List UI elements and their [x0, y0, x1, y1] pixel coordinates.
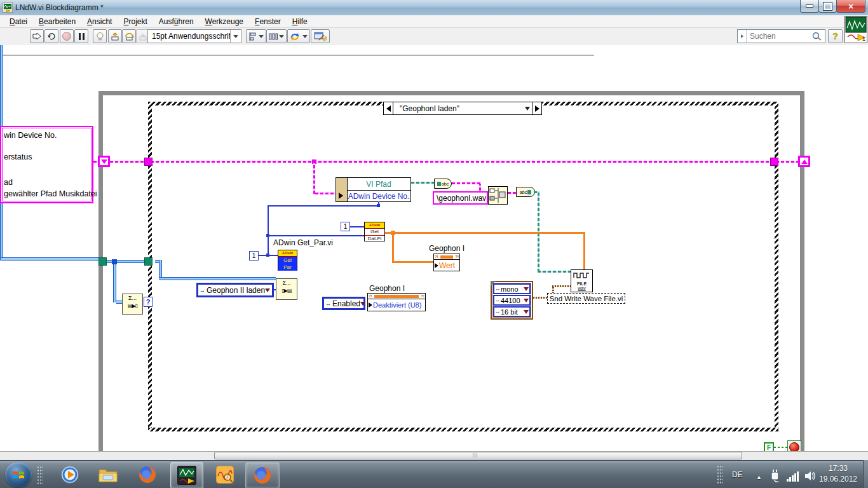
chevron-down-icon[interactable] — [524, 310, 529, 314]
reorder-button[interactable] — [287, 29, 310, 43]
deaktiviert-property-node[interactable]: ?!?! Deaktiviert (U8) — [367, 293, 426, 311]
network-signal-icon[interactable] — [787, 471, 799, 482]
adwin-get-par-vi[interactable]: ADwin Get Par — [278, 250, 297, 271]
menu-bearbeiten[interactable]: Bearbeiten — [33, 16, 81, 27]
menu-projekt[interactable]: Projekt — [118, 16, 153, 27]
vi-icon[interactable]: 1 — [844, 16, 867, 43]
property-adwin-device-no[interactable]: ADwin Device No. — [347, 190, 410, 202]
input-arrow-icon — [435, 263, 438, 268]
menu-datei[interactable]: Datei — [4, 16, 33, 27]
step-over-button[interactable] — [122, 29, 136, 43]
string-to-path-node[interactable]: abc — [516, 187, 535, 197]
show-desktop-button[interactable] — [863, 460, 868, 488]
menu-ansicht[interactable]: Ansicht — [81, 16, 118, 27]
indicator-label: Geophon I — [429, 244, 465, 254]
taskbar-signalexpress-icon[interactable] — [212, 462, 238, 487]
unbundle-cluster-node[interactable]: win Device No. erstatus ad gewählter Pfa… — [0, 126, 93, 203]
chevron-down-icon[interactable] — [265, 288, 270, 292]
context-help-button[interactable]: ? — [828, 29, 843, 43]
menu-ausfuehren[interactable]: Ausführen — [153, 16, 200, 27]
language-indicator[interactable]: DE — [732, 470, 743, 479]
adwin-get-data-vi[interactable]: ADwin Get Dat.Fl — [364, 222, 385, 241]
dequeue-element-node[interactable]: Σ... ▤▶▯ — [122, 294, 143, 315]
maximize-button[interactable] — [818, 0, 837, 13]
show-hidden-icons-button[interactable]: ▲ — [756, 474, 762, 480]
taskbar-firefox2-button[interactable] — [245, 462, 280, 488]
queue-wire-b — [113, 264, 116, 302]
int-wire-c — [268, 205, 269, 257]
step-into-button[interactable] — [108, 29, 122, 43]
chevron-down-icon — [233, 35, 238, 38]
chevron-down-icon[interactable] — [524, 287, 529, 291]
font-dropdown-button[interactable] — [230, 30, 241, 43]
abort-button[interactable] — [60, 29, 74, 43]
taskbar-explorer-icon[interactable] — [95, 462, 121, 487]
help-icon: ? — [832, 31, 838, 41]
cleanup-diagram-button[interactable] — [311, 29, 330, 43]
search-input[interactable] — [747, 31, 811, 41]
power-plug-icon[interactable] — [769, 468, 782, 482]
taskbar-grip — [37, 466, 43, 485]
property-vi-pfad[interactable]: VI Pfad — [347, 178, 410, 191]
false-constant-value: F — [767, 444, 771, 451]
firefox-icon — [252, 465, 273, 485]
property-node-adwin[interactable]: VI Pfad ADwin Device No. — [336, 177, 411, 202]
ring-samplerate[interactable]: ↔ 44100 — [493, 295, 531, 306]
path-to-string-node[interactable]: abc — [434, 179, 452, 189]
shift-register-right[interactable] — [798, 156, 810, 167]
ring-channels[interactable]: ↔ mono — [493, 283, 531, 294]
cluster-wire-branch-v — [313, 163, 315, 194]
taskbar-labview-button[interactable] — [170, 462, 203, 488]
sound-format-cluster[interactable]: ↔ mono ↔ 44100 ↔ 16 bit — [491, 281, 533, 320]
while-loop-border-right — [800, 91, 804, 451]
numeric-constant-1[interactable]: 1 — [341, 222, 350, 231]
ring-value: 16 bit — [501, 308, 524, 316]
labview-app-icon — [3, 3, 13, 13]
minimize-button[interactable] — [800, 0, 819, 13]
menu-fenster[interactable]: Fenster — [249, 16, 287, 27]
start-button[interactable] — [5, 462, 32, 487]
horizontal-scrollbar-thumb[interactable] — [214, 452, 742, 459]
shift-register-left[interactable] — [98, 156, 110, 167]
constant-value: 1 — [344, 223, 348, 230]
case-dropdown-button[interactable] — [523, 102, 532, 114]
warning-icon: ?! — [420, 294, 425, 298]
ring-bits[interactable]: ↔ 16 bit — [493, 306, 531, 317]
enum-geophon2-laden[interactable]: ↔ Geophon II laden — [196, 283, 274, 297]
chevron-down-icon — [279, 35, 284, 38]
taskbar-wmp-icon[interactable] — [57, 462, 83, 487]
menu-werkzeuge[interactable]: Werkzeuge — [200, 16, 249, 27]
run-continuous-button[interactable] — [44, 29, 58, 43]
font-selector[interactable]: 15pt Anwendungsschriftart — [147, 29, 241, 43]
string-constant-wav[interactable]: \geophonI.wav — [433, 191, 488, 205]
block-diagram-canvas[interactable]: "GeophonI laden" win Device No. erstatus… — [0, 45, 868, 451]
run-button[interactable] — [30, 29, 44, 43]
highlight-execution-button[interactable] — [93, 29, 107, 43]
enum-enabled[interactable]: ↔ Enabled — [322, 297, 365, 310]
align-objects-button[interactable] — [246, 29, 266, 43]
case-previous-button[interactable] — [384, 102, 393, 114]
path-wire-d — [538, 271, 571, 273]
close-button[interactable]: × — [836, 0, 865, 13]
concatenate-strings-node[interactable] — [488, 186, 508, 205]
cluster-row: gewählter Pfad Musikdatei — [4, 189, 97, 198]
property-value: Deaktiviert (U8) — [373, 301, 421, 309]
loop-stop-terminal[interactable] — [787, 440, 801, 451]
distribute-objects-button[interactable] — [266, 29, 287, 43]
snd-write-wave-file-vi[interactable]: FILE wav — [571, 269, 593, 292]
chevron-down-icon[interactable] — [360, 302, 365, 306]
numeric-constant-1b[interactable]: 1 — [249, 251, 259, 261]
false-constant[interactable]: F — [764, 442, 774, 451]
tray-clock[interactable]: 17:33 19.06.2012 — [815, 463, 862, 486]
taskbar-firefox-icon[interactable] — [135, 462, 160, 487]
warning-icon: ?! — [454, 255, 459, 259]
indicator-label: Geophon I — [369, 284, 405, 294]
case-next-button[interactable] — [532, 102, 541, 114]
chevron-down-icon[interactable] — [524, 299, 529, 302]
search-scope-button[interactable] — [738, 30, 747, 43]
enqueue-element-node[interactable]: Σ... ▯▶▤ — [276, 278, 297, 300]
menu-hilfe[interactable]: Hilfe — [287, 16, 313, 27]
pause-button[interactable] — [74, 29, 88, 43]
wert-property-node[interactable]: ?!?! Wert — [433, 254, 460, 271]
dbl-wire-c — [392, 234, 394, 263]
